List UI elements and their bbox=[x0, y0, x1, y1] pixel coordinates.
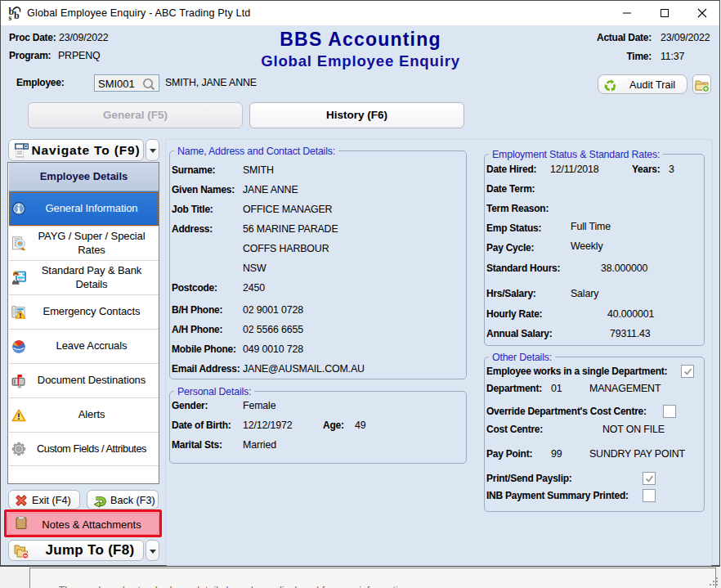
svg-text:s: s bbox=[9, 14, 12, 21]
svg-text:b: b bbox=[14, 10, 20, 21]
